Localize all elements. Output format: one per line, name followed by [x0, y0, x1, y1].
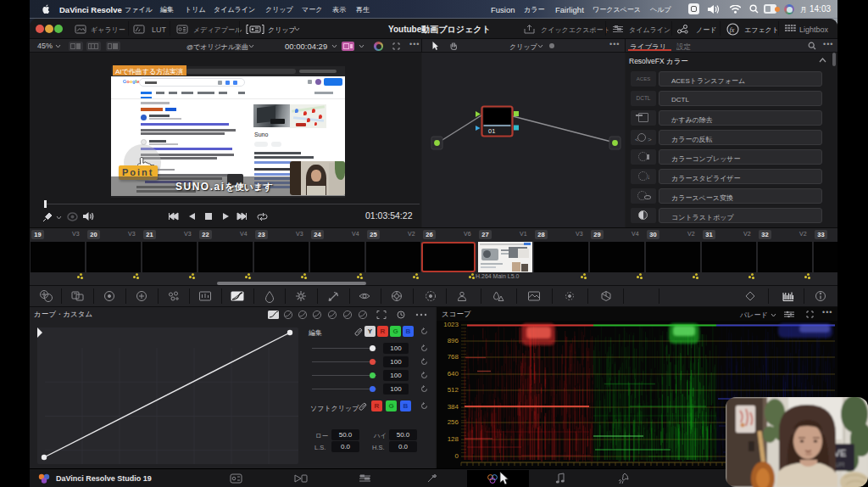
svg-text:01: 01: [488, 127, 495, 135]
svg-text:fx: fx: [730, 26, 735, 34]
